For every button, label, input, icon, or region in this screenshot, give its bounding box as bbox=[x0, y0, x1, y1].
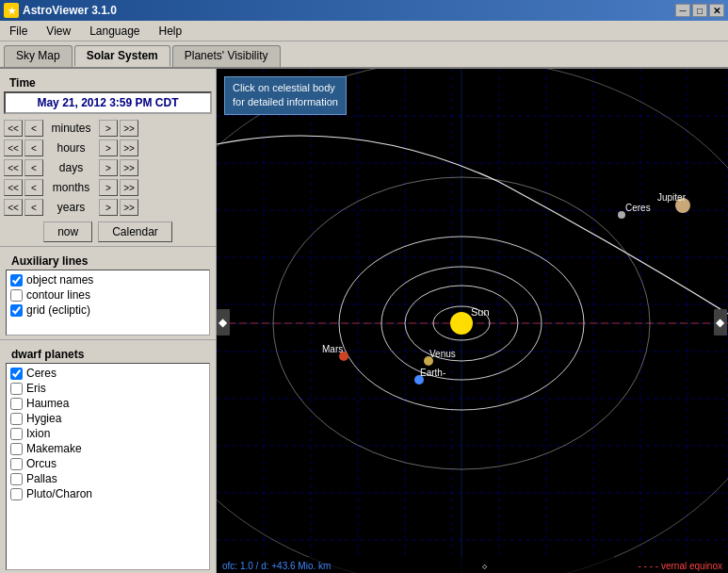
tab-solar-system[interactable]: Solar System bbox=[74, 45, 170, 67]
scroll-indicator-bottom: ⬦ bbox=[481, 559, 488, 572]
left-panel: Time May 21, 2012 3:59 PM CDT << < minut… bbox=[0, 69, 217, 573]
app-title: AstroViewer 3.1.0 bbox=[23, 4, 117, 17]
aux-contour-lines[interactable]: contour lines bbox=[8, 287, 207, 303]
menu-help[interactable]: Help bbox=[154, 23, 188, 40]
aux-checkbox-list: object names contour lines grid (eclipti… bbox=[6, 270, 210, 336]
dwarf-ceres[interactable]: Ceres bbox=[8, 366, 207, 381]
days-rewind[interactable]: < bbox=[24, 159, 43, 176]
menu-language[interactable]: Language bbox=[84, 23, 145, 40]
tab-planets-visibility[interactable]: Planets' Visibility bbox=[172, 45, 281, 67]
years-forward[interactable]: > bbox=[99, 199, 118, 216]
time-display: May 21, 2012 3:59 PM CDT bbox=[4, 91, 212, 114]
svg-point-31 bbox=[450, 312, 473, 335]
svg-text:Earth-: Earth- bbox=[420, 368, 445, 378]
time-buttons: now Calendar bbox=[4, 221, 212, 242]
time-row-hours: << < hours > >> bbox=[4, 139, 212, 156]
years-label: years bbox=[45, 201, 97, 214]
status-coordinates: ofc: 1.0 / d: +43.6 Mio. km bbox=[222, 561, 331, 571]
time-row-months: << < months > >> bbox=[4, 179, 212, 196]
time-row-years: << < years > >> bbox=[4, 199, 212, 216]
minimize-button[interactable]: ─ bbox=[675, 4, 690, 17]
app-icon: ★ bbox=[4, 3, 19, 18]
hours-forward-fast[interactable]: >> bbox=[120, 139, 138, 156]
hours-label: hours bbox=[45, 141, 97, 155]
time-section: Time May 21, 2012 3:59 PM CDT << < minut… bbox=[0, 69, 216, 246]
solar-view[interactable]: Sun Venus Earth- Mars Jupiter Ceres ◆ ◆ bbox=[217, 69, 728, 573]
main-content: Time May 21, 2012 3:59 PM CDT << < minut… bbox=[0, 69, 728, 573]
dwarf-pallas[interactable]: Pallas bbox=[8, 471, 207, 486]
close-button[interactable]: ✕ bbox=[709, 4, 724, 17]
days-forward-fast[interactable]: >> bbox=[120, 159, 138, 176]
days-label: days bbox=[45, 161, 97, 174]
menu-bar: File View Language Help bbox=[0, 21, 728, 41]
svg-point-41 bbox=[618, 211, 625, 219]
aux-section-title: Auxiliary lines bbox=[6, 251, 210, 270]
dwarf-hygiea[interactable]: Hygiea bbox=[8, 411, 207, 426]
dwarf-eris[interactable]: Eris bbox=[8, 381, 207, 396]
svg-text:Mars: Mars bbox=[322, 344, 343, 354]
status-equinox: - - - - vernal equinox bbox=[639, 561, 722, 571]
menu-view[interactable]: View bbox=[40, 23, 76, 40]
svg-text:Jupiter: Jupiter bbox=[657, 192, 687, 203]
months-forward[interactable]: > bbox=[99, 179, 118, 196]
dwarf-planet-list[interactable]: Ceres Eris Haumea Hygiea Ixion Makemake bbox=[6, 363, 210, 570]
dwarf-section-title: dwarf planets bbox=[6, 344, 210, 363]
svg-text:◆: ◆ bbox=[218, 316, 228, 329]
time-section-title: Time bbox=[4, 73, 212, 91]
menu-file[interactable]: File bbox=[4, 23, 33, 40]
days-forward[interactable]: > bbox=[99, 159, 118, 176]
aux-object-names[interactable]: object names bbox=[8, 272, 207, 287]
minutes-rewind[interactable]: < bbox=[24, 120, 43, 137]
years-rewind-fast[interactable]: << bbox=[4, 199, 23, 216]
dwarf-pluto-charon[interactable]: Pluto/Charon bbox=[8, 486, 207, 501]
solar-system-svg: Sun Venus Earth- Mars Jupiter Ceres ◆ ◆ bbox=[217, 69, 728, 573]
months-rewind-fast[interactable]: << bbox=[4, 179, 23, 196]
dwarf-section: dwarf planets Ceres Eris Haumea Hygiea I… bbox=[0, 339, 216, 573]
dwarf-orcus[interactable]: Orcus bbox=[8, 456, 207, 471]
tooltip-line1: Click on celestial body bbox=[233, 81, 338, 95]
tab-sky-map[interactable]: Sky Map bbox=[4, 45, 73, 67]
days-rewind-fast[interactable]: << bbox=[4, 159, 23, 176]
months-label: months bbox=[45, 181, 97, 194]
aux-grid-ecliptic[interactable]: grid (ecliptic) bbox=[8, 303, 207, 318]
tab-bar: Sky Map Solar System Planets' Visibility bbox=[0, 41, 728, 69]
solar-tooltip: Click on celestial body for detailed inf… bbox=[224, 76, 347, 115]
svg-text:Ceres: Ceres bbox=[625, 203, 651, 213]
status-bar: ofc: 1.0 / d: +43.6 Mio. km ⬦ - - - - ve… bbox=[217, 557, 728, 573]
tooltip-line2: for detailed information bbox=[233, 95, 338, 109]
now-button[interactable]: now bbox=[43, 221, 92, 242]
aux-section: Auxiliary lines object names contour lin… bbox=[0, 246, 216, 339]
minutes-rewind-fast[interactable]: << bbox=[4, 120, 23, 137]
title-bar: ★ AstroViewer 3.1.0 ─ □ ✕ bbox=[0, 0, 728, 21]
dwarf-makemake[interactable]: Makemake bbox=[8, 441, 207, 456]
hours-rewind-fast[interactable]: << bbox=[4, 139, 23, 156]
svg-text:Sun: Sun bbox=[471, 306, 490, 318]
dwarf-ixion[interactable]: Ixion bbox=[8, 426, 207, 441]
minutes-forward[interactable]: > bbox=[99, 120, 118, 137]
time-row-minutes: << < minutes > >> bbox=[4, 120, 212, 137]
hours-forward[interactable]: > bbox=[99, 139, 118, 156]
calendar-button[interactable]: Calendar bbox=[98, 221, 172, 242]
svg-text:◆: ◆ bbox=[716, 316, 725, 329]
svg-text:Venus: Venus bbox=[429, 349, 456, 359]
months-forward-fast[interactable]: >> bbox=[120, 179, 138, 196]
hours-rewind[interactable]: < bbox=[24, 139, 43, 156]
months-rewind[interactable]: < bbox=[24, 179, 43, 196]
minutes-forward-fast[interactable]: >> bbox=[120, 120, 138, 137]
years-rewind[interactable]: < bbox=[24, 199, 43, 216]
time-row-days: << < days > >> bbox=[4, 159, 212, 176]
maximize-button[interactable]: □ bbox=[692, 4, 707, 17]
years-forward-fast[interactable]: >> bbox=[120, 199, 138, 216]
minutes-label: minutes bbox=[45, 122, 97, 135]
dwarf-haumea[interactable]: Haumea bbox=[8, 396, 207, 411]
